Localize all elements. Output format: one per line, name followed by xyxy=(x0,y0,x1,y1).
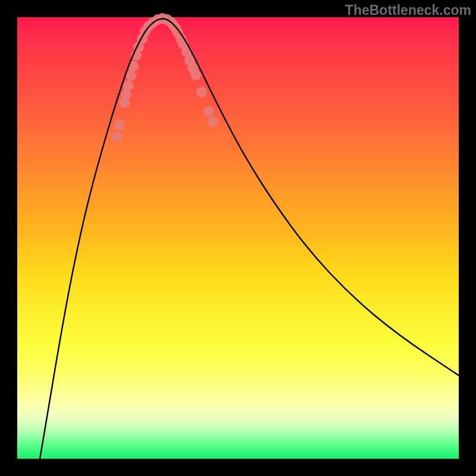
scatter-point xyxy=(207,117,218,127)
scatter-point xyxy=(123,80,133,91)
scatter-point xyxy=(114,120,125,130)
scatter-point xyxy=(203,106,214,117)
scatter-point xyxy=(121,89,131,100)
plot-area xyxy=(17,17,459,459)
scatter-point xyxy=(112,131,123,142)
chart-frame: TheBottleneck.com xyxy=(0,0,476,476)
watermark-text: TheBottleneck.com xyxy=(345,2,471,18)
chart-svg xyxy=(17,17,459,459)
scatter-point xyxy=(196,87,207,98)
bottleneck-curve xyxy=(40,19,459,459)
scatter-point xyxy=(190,70,201,80)
scatter-points xyxy=(112,13,218,142)
